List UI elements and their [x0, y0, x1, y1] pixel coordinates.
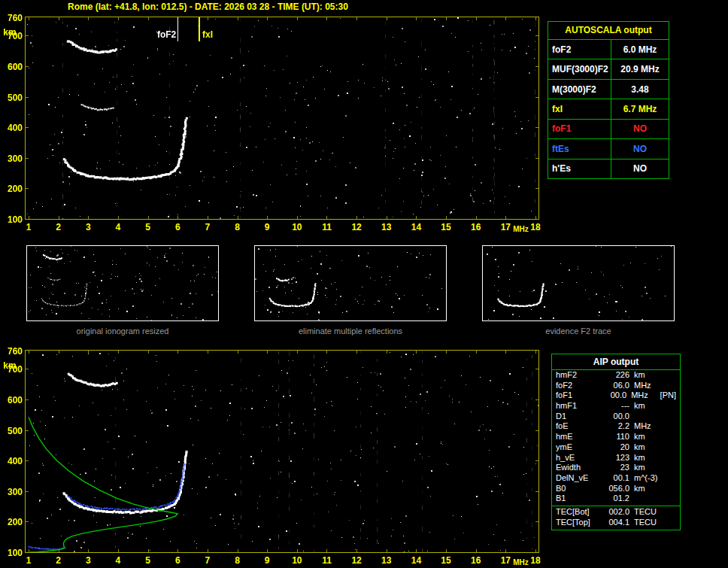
autoscala-param-label: MUF(3000)F2 [548, 59, 611, 78]
aip-param-extra [664, 432, 676, 442]
fof2-marker-label: foF2 [149, 29, 176, 40]
aip-param-extra [664, 494, 676, 504]
x-axis-label: 7 [199, 555, 217, 566]
y-axis-label: 760 [1, 13, 23, 23]
aip-output-table: AIP output hmF2226kmfoF206.0MHzfoF100.0M… [551, 354, 681, 530]
x-axis-label: 8 [229, 555, 247, 566]
autoscala-table-row: fxI6.7 MHz [548, 99, 669, 118]
autoscala-param-label: ftEs [548, 139, 611, 158]
aip-param-value: 06.0 [598, 381, 629, 391]
autoscala-window: { "title": "Rome (lat: +41.8, lon: 012.5… [0, 0, 728, 568]
y-axis-label: 500 [1, 426, 23, 436]
thumbnail-original-canvas [27, 246, 218, 320]
x-axis-label: 1 [20, 222, 38, 232]
top-ionogram-canvas [26, 17, 538, 219]
x-axis-label: 6 [168, 555, 187, 566]
aip-param-value: 00.0 [596, 390, 626, 401]
aip-param-value: 00.0 [598, 412, 629, 422]
aip-param-value: --- [598, 401, 629, 412]
autoscala-table-title: AUTOSCALA output [548, 22, 669, 39]
aip-table-row: B101.2 [552, 494, 680, 504]
aip-param-extra [664, 412, 676, 422]
aip-tec-label: TEC[Top] [556, 518, 598, 528]
aip-param-unit: km [634, 432, 664, 442]
x-axis-unit: MHz [513, 225, 529, 233]
autoscala-param-value: NO [611, 159, 669, 178]
thumbnail-caption-evidence: evidence F2 trace [482, 327, 675, 336]
aip-param-label: hmF1 [556, 401, 598, 412]
aip-param-unit: km [634, 442, 664, 453]
y-axis-label: 600 [1, 62, 23, 72]
autoscala-param-value: 20.9 MHz [611, 59, 669, 78]
aip-param-value: 2.2 [598, 421, 629, 432]
aip-tec-unit: TECU [634, 507, 664, 518]
aip-param-extra [664, 463, 676, 473]
aip-param-label: foF1 [556, 390, 596, 401]
x-axis-label: 17 [496, 222, 514, 232]
thumbnail-original-ionogram [26, 245, 219, 321]
autoscala-param-value: 6.7 MHz [611, 99, 669, 118]
x-axis-label: 11 [317, 222, 335, 232]
thumbnail-eliminate-reflections [254, 245, 447, 321]
autoscala-param-label: fxI [548, 99, 611, 118]
aip-param-unit: MHz [634, 381, 664, 391]
autoscala-table-row: MUF(3000)F220.9 MHz [548, 59, 669, 78]
y-axis-unit: km [2, 27, 17, 38]
aip-param-label: B1 [556, 494, 598, 504]
aip-tec-row: TEC[Bot]002.0TECU [552, 507, 680, 518]
autoscala-output-table: AUTOSCALA output foF26.0 MHzMUF(3000)F22… [548, 21, 669, 179]
autoscala-param-value: NO [611, 120, 669, 138]
x-axis-label: 11 [317, 555, 335, 566]
aip-param-label: Ewidth [556, 463, 598, 473]
autoscala-param-value: NO [611, 139, 669, 158]
aip-tec-value: 004.1 [598, 518, 629, 528]
y-axis-label: 300 [1, 487, 23, 497]
x-axis-label: 18 [526, 222, 544, 232]
x-axis-label: 14 [407, 555, 425, 566]
x-axis-label: 2 [50, 222, 68, 232]
autoscala-param-value: 6.0 MHz [611, 40, 669, 59]
y-axis-label: 400 [1, 456, 23, 466]
aip-tec-rows: TEC[Bot]002.0TECUTEC[Top]004.1TECU [552, 507, 680, 527]
aip-tec-separator [552, 506, 680, 506]
y-axis-label: 300 [1, 153, 23, 164]
aip-param-unit: km [634, 370, 664, 381]
x-axis-label: 4 [109, 222, 127, 232]
aip-table-title: AIP output [552, 354, 680, 370]
aip-tec-unit: TECU [634, 518, 664, 528]
aip-param-extra: [PN] [660, 390, 676, 401]
aip-param-extra [664, 401, 676, 412]
aip-table-row: foE2.2MHz [552, 421, 680, 432]
autoscala-param-label: h'Es [548, 159, 611, 178]
aip-param-extra [664, 421, 676, 432]
x-axis-label: 7 [199, 222, 217, 232]
aip-param-label: h_vE [556, 453, 598, 463]
x-axis-label: 1 [20, 555, 38, 566]
x-axis-label: 13 [378, 222, 396, 232]
y-axis-label: 200 [1, 517, 23, 527]
aip-table-row: h_vE123km [552, 453, 680, 463]
aip-param-label: foE [556, 421, 598, 432]
aip-param-value: 20 [598, 442, 629, 453]
x-axis-label: 14 [407, 222, 425, 232]
x-axis-label: 9 [258, 222, 276, 232]
x-axis-label: 17 [496, 555, 514, 566]
thumbnail-eliminate-canvas [255, 246, 446, 320]
x-axis-label: 8 [229, 222, 247, 232]
header-title: Rome (lat: +41.8, lon: 012.5) - DATE: 20… [68, 2, 348, 12]
aip-param-unit: km [634, 463, 664, 473]
aip-param-label: B0 [556, 484, 598, 494]
aip-param-label: ymE [556, 442, 598, 453]
aip-table-row: D100.0 [552, 412, 680, 422]
x-axis-label: 12 [347, 555, 366, 566]
y-axis-label: 200 [1, 184, 23, 194]
autoscala-param-label: foF1 [548, 120, 611, 138]
aip-table-row: Ewidth23km [552, 463, 680, 473]
aip-param-unit [634, 412, 664, 422]
aip-param-unit [634, 494, 664, 504]
aip-tec-row: TEC[Top]004.1TECU [552, 518, 680, 528]
x-axis-unit: MHz [513, 558, 529, 566]
x-axis-label: 12 [347, 222, 366, 232]
x-axis-label: 2 [50, 555, 68, 566]
aip-tec-value: 002.0 [598, 507, 629, 518]
